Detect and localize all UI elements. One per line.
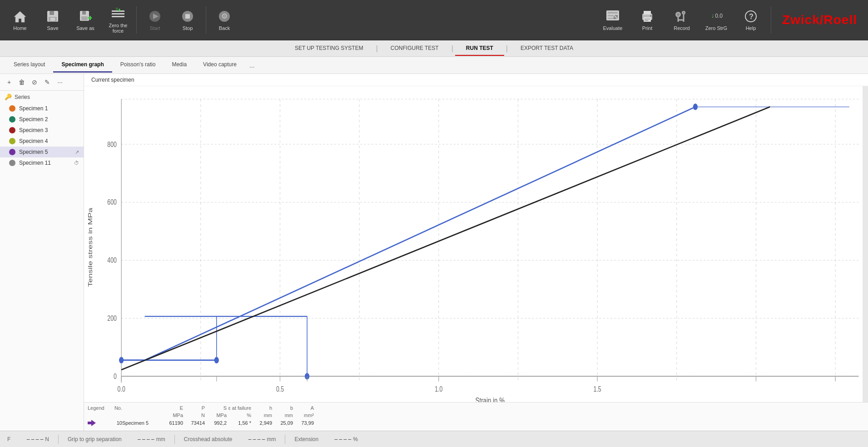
stop-button[interactable]: Stop bbox=[171, 2, 204, 38]
sidebar-add-button[interactable]: + bbox=[4, 77, 15, 88]
data-table: Legend No. E P S ε at failure h b A MPa … bbox=[84, 402, 868, 431]
svg-text:↓: ↓ bbox=[711, 12, 714, 19]
save-as-button[interactable]: Save as bbox=[69, 2, 102, 38]
table-header-labels: Legend No. E P S ε at failure h b A bbox=[88, 404, 864, 412]
specimen-icon-1: ↗ bbox=[75, 149, 79, 155]
specimen-color-dot bbox=[9, 116, 15, 123]
status-f-unit: N bbox=[45, 436, 49, 442]
col-eps-label: ε at failure bbox=[227, 405, 251, 411]
chart-container[interactable]: .grid-line { stroke: #ccc; stroke-width:… bbox=[84, 86, 868, 402]
back-icon: ⚙ bbox=[217, 9, 232, 24]
evaluate-icon bbox=[605, 9, 620, 24]
svg-text:1.5: 1.5 bbox=[594, 385, 601, 393]
sidebar-item-specimen-2[interactable]: Specimen 2 bbox=[0, 114, 84, 125]
save-as-icon bbox=[78, 9, 93, 24]
svg-rect-31 bbox=[645, 20, 648, 21]
evaluate-button[interactable]: Evaluate bbox=[596, 2, 629, 38]
sidebar-item-specimen-3[interactable]: Specimen 3 bbox=[0, 125, 84, 136]
svg-rect-12 bbox=[112, 16, 124, 17]
status-div-1 bbox=[58, 435, 59, 444]
sub-tab-more[interactable]: ... bbox=[245, 58, 259, 73]
svg-text:0.0: 0.0 bbox=[715, 13, 723, 19]
sidebar-item-specimen-4[interactable]: Specimen 4 bbox=[0, 136, 84, 147]
sidebar-more-button[interactable]: ··· bbox=[55, 77, 65, 88]
chart-area: Current specimen .grid-line { stroke: #c… bbox=[84, 74, 868, 431]
svg-text:Tensile stress in MPa: Tensile stress in MPa bbox=[87, 208, 94, 287]
sidebar-item-specimen-1[interactable]: Specimen 1 bbox=[0, 103, 84, 114]
logo-slash: / bbox=[820, 13, 824, 27]
sidebar-edit-button[interactable]: ✎ bbox=[42, 77, 53, 88]
col-a-label: A bbox=[293, 405, 314, 411]
start-button[interactable]: Start bbox=[139, 2, 171, 38]
svg-rect-7 bbox=[81, 16, 88, 20]
toolbar-separator-2 bbox=[206, 6, 206, 34]
help-button[interactable]: ? Help bbox=[734, 2, 767, 38]
zero-force-icon: ▲ 0 bbox=[111, 6, 125, 21]
sub-tab-series-layout[interactable]: Series layout bbox=[5, 58, 53, 73]
specimen-icons: ⏱ bbox=[74, 160, 79, 166]
svg-text:▲: ▲ bbox=[117, 7, 122, 12]
col-h-label: h bbox=[251, 405, 272, 411]
zero-force-button[interactable]: ▲ 0 Zero the force bbox=[102, 2, 134, 38]
row-b: 25,09 bbox=[272, 420, 293, 426]
svg-text:0.0: 0.0 bbox=[118, 385, 125, 393]
tab-setup[interactable]: SET UP TESTING SYSTEM bbox=[284, 41, 374, 56]
tab-configure[interactable]: CONFIGURE TEST bbox=[380, 41, 450, 56]
chart-svg: .grid-line { stroke: #ccc; stroke-width:… bbox=[84, 86, 868, 402]
col-b-unit: mm bbox=[272, 413, 293, 418]
sub-tab-poissons[interactable]: Poisson's ratio bbox=[112, 58, 164, 73]
svg-rect-6 bbox=[82, 11, 86, 15]
sub-tab-video[interactable]: Video capture bbox=[195, 58, 245, 73]
sidebar-item-specimen-5[interactable]: Specimen 5 ↗ bbox=[0, 147, 84, 157]
print-button[interactable]: Print bbox=[631, 2, 664, 38]
sidebar-block-button[interactable]: ⊘ bbox=[29, 77, 40, 88]
status-bar: F – – – – N Grip to grip separation – – … bbox=[0, 431, 868, 447]
tab-export[interactable]: EXPORT TEST DATA bbox=[510, 41, 584, 56]
toolbar: Home Save Save as bbox=[0, 0, 868, 40]
status-f-dashes: – – – – bbox=[16, 436, 43, 442]
col-name-empty bbox=[122, 405, 159, 411]
svg-text:0: 0 bbox=[116, 7, 118, 11]
row-name: Specimen 5 bbox=[122, 420, 159, 426]
table-row: 10 Specimen 5 61190 73414 992,2 1,56 * 2… bbox=[88, 419, 864, 427]
zero-strg-button[interactable]: ↓ 0.0 Zero StrG bbox=[700, 2, 733, 38]
save-button[interactable]: Save bbox=[36, 2, 69, 38]
logo-text-second: Roell bbox=[824, 13, 857, 27]
row-s: 992,2 bbox=[205, 420, 227, 426]
svg-text:Strain in %: Strain in % bbox=[476, 396, 505, 402]
svg-rect-30 bbox=[645, 19, 650, 20]
row-a: 73,99 bbox=[293, 420, 314, 426]
svg-text:0: 0 bbox=[114, 372, 117, 380]
svg-text:800: 800 bbox=[107, 140, 117, 148]
svg-point-77 bbox=[214, 357, 219, 363]
svg-rect-11 bbox=[112, 13, 124, 15]
home-button[interactable]: Home bbox=[4, 2, 36, 38]
row-h: 2,949 bbox=[251, 420, 272, 426]
svg-text:?: ? bbox=[749, 13, 754, 20]
record-icon bbox=[675, 9, 689, 24]
specimen-icons: ↗ bbox=[75, 149, 79, 155]
series-header[interactable]: 🔑 Series bbox=[0, 91, 84, 103]
specimen-list: Specimen 1 Specimen 2 Specimen 3 Specime… bbox=[0, 103, 84, 168]
sub-tab-specimen-graph[interactable]: Specimen graph bbox=[53, 58, 112, 73]
status-ext-unit: % bbox=[353, 436, 358, 442]
tab-run[interactable]: RUN TEST bbox=[455, 41, 504, 56]
back-button[interactable]: ⚙ Back bbox=[208, 2, 241, 38]
status-ext-label: Extension bbox=[294, 436, 318, 442]
specimen-color-dot bbox=[9, 149, 15, 155]
record-button[interactable]: Record bbox=[665, 2, 698, 38]
row-p: 73414 bbox=[183, 420, 205, 426]
sidebar-delete-button[interactable]: 🗑 bbox=[16, 77, 27, 88]
col-a-unit: mm² bbox=[293, 413, 314, 418]
chart-scroll-handle-right[interactable] bbox=[863, 86, 868, 402]
sidebar-item-specimen-11[interactable]: Specimen 11 ⏱ bbox=[0, 157, 84, 168]
specimen-color-dot bbox=[9, 138, 15, 144]
col-s-label: S bbox=[205, 405, 227, 411]
status-div-3 bbox=[285, 435, 285, 444]
col-h-unit: mm bbox=[251, 413, 272, 418]
series-label: Series bbox=[15, 94, 30, 100]
table-rows: 10 Specimen 5 61190 73414 992,2 1,56 * 2… bbox=[88, 419, 864, 427]
sub-tab-media[interactable]: Media bbox=[164, 58, 195, 73]
status-f-label: F bbox=[7, 436, 10, 442]
svg-line-75 bbox=[121, 107, 770, 370]
